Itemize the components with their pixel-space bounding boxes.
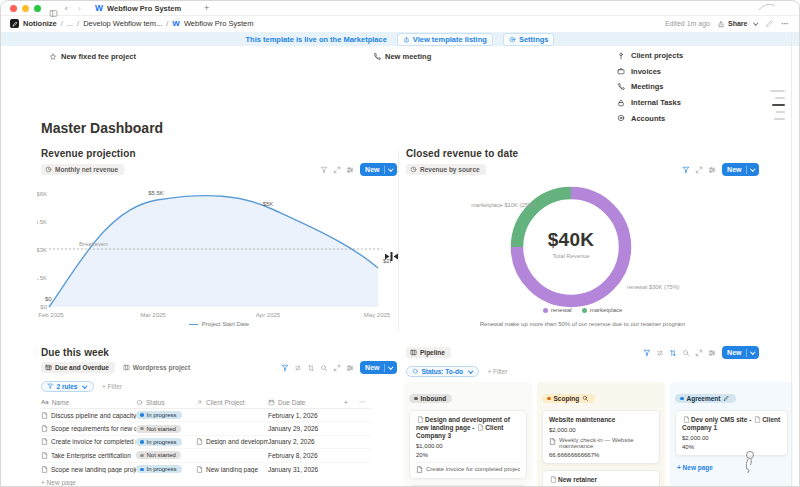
view-settings-icon[interactable] (708, 166, 716, 174)
minimize-window-button[interactable] (22, 5, 29, 12)
column-header-inbound[interactable]: Inbound (409, 394, 452, 403)
browser-tab[interactable]: W Webflow Pro System (95, 3, 181, 13)
notionize-logo[interactable] (10, 19, 19, 28)
swap-icon[interactable] (656, 349, 664, 357)
due-date: January 2, 2026 (268, 438, 338, 445)
tab-due-and-overdue[interactable]: Due and Overdue (41, 362, 115, 373)
view-chip-revenue-by-source[interactable]: Revenue by source (406, 164, 486, 175)
status-badge[interactable]: Not started (136, 451, 181, 459)
status-badge[interactable]: Not started (136, 425, 181, 433)
kanban-card[interactable]: Design and development of new landing pa… (409, 410, 527, 479)
client-project-link[interactable]: New landing page (196, 466, 268, 473)
add-filter-button[interactable]: + Filter (102, 383, 122, 390)
column-header-due-date[interactable]: Due Date (268, 399, 338, 406)
view-template-listing-button[interactable]: View template listing (397, 33, 493, 46)
nav-link-accounts[interactable]: Accounts (617, 110, 683, 126)
new-fixed-fee-project-button[interactable]: New fixed fee project (49, 52, 136, 61)
share-label: Share (728, 20, 747, 27)
swap-icon[interactable] (294, 364, 302, 372)
project-name: Design and development (206, 438, 268, 445)
table-row[interactable]: Scope new landing page project In progre… (41, 463, 371, 476)
breadcrumb-current[interactable]: Webflow Pro System (184, 19, 253, 28)
nav-link-invoices[interactable]: Invoices (617, 64, 683, 80)
filter-icon[interactable] (281, 364, 289, 372)
table-row[interactable]: Create invoice for completed project In … (41, 436, 371, 449)
forward-button[interactable]: › (78, 4, 81, 13)
new-meeting-button[interactable]: New meeting (373, 52, 431, 61)
column-header-status[interactable]: Status (136, 399, 196, 406)
column-header-agreement[interactable]: Agreement (675, 394, 736, 403)
card-title: Website maintenance (549, 416, 653, 424)
tab-wordpress-project[interactable]: Wordpress project (123, 364, 190, 371)
xtick: May 2025 (364, 312, 391, 318)
sort-icon[interactable] (307, 364, 315, 372)
status-badge[interactable]: In progress (136, 465, 182, 473)
column-divider[interactable] (398, 151, 399, 331)
status-badge[interactable]: In progress (136, 438, 182, 446)
pipeline-new-button[interactable]: New (722, 346, 759, 359)
kanban-card[interactable]: Website maintenance $2,000.00 Weekly che… (542, 410, 660, 464)
more-menu-button[interactable]: ⋯ (781, 20, 789, 28)
resize-cursor (384, 251, 399, 262)
settings-label: Settings (519, 35, 549, 44)
status-badge[interactable]: In progress (136, 411, 182, 419)
filter-icon[interactable] (682, 166, 690, 174)
kanban-card[interactable]: Dev only CMS site - Client Company 1 $2,… (675, 410, 788, 456)
expand-icon[interactable] (695, 166, 703, 174)
expand-icon[interactable] (333, 364, 341, 372)
breadcrumb: Notionize / ... / Develop Webflow tem...… (10, 19, 253, 28)
close-window-button[interactable] (10, 5, 17, 12)
search-icon[interactable] (320, 364, 328, 372)
view-chip-monthly-net-revenue[interactable]: Monthly net revenue (41, 164, 124, 175)
column-header-client-project[interactable]: Client Project (196, 399, 268, 406)
breadcrumb-app[interactable]: Notionize (23, 19, 57, 28)
status-filter-chip[interactable]: Status: To-do (406, 366, 479, 377)
due-date: January 31, 2026 (268, 466, 338, 473)
tab-pipeline[interactable]: Pipeline (406, 347, 451, 358)
board-new-page-button[interactable]: + New page (675, 464, 788, 471)
donut-label-marketplace: marketplace $10K (25%) (431, 202, 535, 208)
breadcrumb-parent[interactable]: Develop Webflow tem... (83, 19, 162, 28)
view-settings-icon[interactable] (346, 364, 354, 372)
revenue-line-chart: $6K $4.5K $3K $1.5K $0 Feb 2025 Mar 2025… (37, 183, 391, 319)
view-settings-icon[interactable] (708, 349, 716, 357)
table-more-button[interactable]: ⋯ (354, 398, 370, 406)
card-subpage[interactable]: Weekly check-in — Website maintenance (549, 437, 653, 449)
kanban-card[interactable]: New retainer $0.00 (542, 470, 660, 487)
revenue-projection-new-button[interactable]: New (360, 163, 397, 176)
expand-icon[interactable] (333, 166, 341, 174)
add-property-button[interactable]: + (338, 399, 354, 406)
nav-link-meetings[interactable]: Meetings (617, 79, 683, 95)
scrollbar[interactable] (791, 32, 792, 486)
table-row[interactable]: Scope requirements for new client int No… (41, 422, 371, 435)
view-settings-icon[interactable] (346, 166, 354, 174)
zoom-window-button[interactable] (34, 5, 41, 12)
column-header-name[interactable]: AaName (41, 399, 136, 406)
breadcrumb-ellipsis[interactable]: ... (67, 19, 73, 28)
filter-icon[interactable] (643, 349, 651, 357)
marketplace-swatch (582, 308, 587, 313)
banner-settings-button[interactable]: Settings (503, 33, 555, 46)
revenue-projection-controls: Monthly net revenue New (41, 163, 397, 176)
rules-chip[interactable]: 2 rules (41, 381, 94, 392)
nav-link-client-projects[interactable]: Client projects (617, 48, 683, 64)
column-header-scoping[interactable]: Scoping (542, 394, 595, 403)
client-project-link[interactable]: Design and development (196, 438, 268, 445)
xtick: Feb 2025 (38, 312, 64, 318)
add-filter-button[interactable]: + Filter (487, 368, 507, 375)
table-row[interactable]: Discuss pipeline and capacity plannin In… (41, 409, 371, 422)
back-button[interactable]: ‹ (65, 4, 68, 13)
search-icon[interactable] (682, 349, 690, 357)
due-date: January 29, 2026 (268, 425, 338, 432)
sort-icon[interactable] (669, 349, 677, 357)
filter-icon[interactable] (320, 166, 328, 174)
table-new-page-button[interactable]: + New page (41, 476, 371, 486)
due-this-week-new-button[interactable]: New (360, 361, 397, 374)
closed-revenue-new-button[interactable]: New (722, 163, 759, 176)
new-tab-button[interactable]: + (204, 3, 209, 13)
table-row[interactable]: Take Enterprise certification Not starte… (41, 449, 371, 462)
card-subpage[interactable]: Create invoice for completed project (416, 462, 520, 473)
share-button[interactable]: Share (717, 20, 758, 28)
nav-link-internal-tasks[interactable]: Internal Tasks (617, 95, 683, 111)
expand-icon[interactable] (695, 349, 703, 357)
